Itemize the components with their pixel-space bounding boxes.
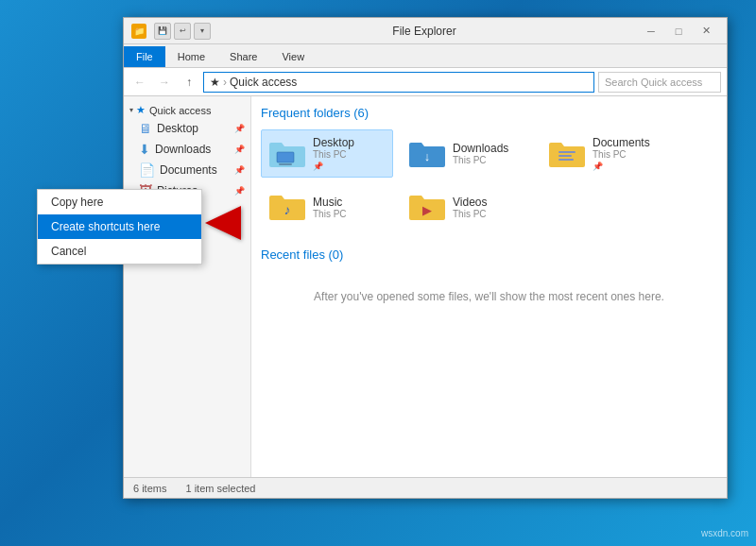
breadcrumb-location: Quick access — [230, 76, 297, 89]
nav-pane: ▾ ★ Quick access 🖥 Desktop 📌 ⬇ Downloads… — [124, 96, 251, 477]
save-btn[interactable]: 💾 — [154, 23, 171, 40]
folder-info-downloads: Downloads This PC — [453, 142, 508, 165]
svg-rect-3 — [558, 151, 576, 153]
folder-grid: Desktop This PC 📌 ↓ — [261, 129, 717, 229]
minimize-button[interactable]: ─ — [638, 22, 664, 41]
ctx-copy-here[interactable]: Copy here — [38, 190, 201, 214]
svg-rect-5 — [558, 159, 574, 161]
dropdown-btn[interactable]: ▾ — [194, 23, 211, 40]
folder-name: Downloads — [453, 142, 508, 155]
recent-files-title: Recent files (0) — [261, 247, 717, 262]
tab-file[interactable]: File — [124, 46, 165, 67]
quick-access-star: ★ — [136, 104, 146, 116]
watermark: wsxdn.com — [701, 528, 748, 538]
file-area: Frequent folders (6) Desktop — [251, 96, 727, 477]
undo-btn[interactable]: ↩ — [174, 23, 191, 40]
sidebar-item-label: Downloads — [155, 143, 211, 156]
downloads-icon: ⬇ — [139, 142, 150, 157]
ctx-create-shortcuts[interactable]: Create shortcuts here — [38, 214, 201, 239]
arrow-indicator — [205, 206, 241, 240]
search-placeholder: Search Quick access — [605, 77, 702, 88]
recent-files-section: Recent files (0) After you've opened som… — [261, 247, 717, 313]
sidebar-item-downloads[interactable]: ⬇ Downloads 📌 — [124, 139, 250, 160]
forward-button[interactable]: → — [154, 72, 175, 93]
tab-share[interactable]: Share — [217, 46, 269, 67]
folder-pin-icon: 📌 — [593, 162, 650, 171]
up-button[interactable]: ↑ — [179, 72, 199, 93]
desktop-icon: 🖥 — [139, 121, 152, 136]
close-button[interactable]: ✕ — [693, 22, 719, 41]
tab-view[interactable]: View — [269, 46, 317, 67]
items-count: 6 items — [133, 483, 166, 494]
folder-item-downloads[interactable]: ↓ Downloads This PC — [401, 129, 533, 178]
arrow-shape — [205, 206, 241, 240]
ribbon: File Home Share View — [124, 44, 727, 68]
frequent-folders-title: Frequent folders (6) — [261, 106, 717, 120]
pin-icon: 📌 — [234, 145, 245, 154]
quick-access-toolbar: 💾 ↩ ▾ — [154, 23, 211, 40]
address-path[interactable]: ★ › Quick access — [203, 72, 594, 93]
folder-location: This PC — [593, 149, 650, 160]
folder-icon-videos: ▶ — [409, 192, 447, 222]
sidebar-item-label: Desktop — [157, 122, 198, 135]
app-icon: 📁 — [131, 24, 146, 39]
folder-name: Videos — [453, 196, 487, 209]
folder-icon-music: ♪ — [269, 192, 307, 222]
quick-access-label: Quick access — [149, 105, 211, 116]
folder-info-documents: Documents This PC 📌 — [593, 136, 650, 171]
folder-location: This PC — [453, 155, 508, 165]
maximize-button[interactable]: □ — [665, 22, 692, 41]
breadcrumb-separator: › — [223, 76, 227, 89]
file-explorer-window: 📁 💾 ↩ ▾ File Explorer ─ □ ✕ File Home Sh… — [123, 17, 728, 499]
svg-rect-4 — [558, 155, 572, 157]
svg-rect-0 — [277, 152, 294, 162]
folder-item-desktop[interactable]: Desktop This PC 📌 — [261, 129, 393, 178]
folder-item-videos[interactable]: ▶ Videos This PC — [401, 185, 533, 229]
selected-count: 1 item selected — [185, 483, 255, 494]
sidebar-item-desktop[interactable]: 🖥 Desktop 📌 — [124, 118, 250, 139]
folder-location: This PC — [313, 209, 347, 219]
svg-text:▶: ▶ — [422, 203, 432, 217]
quick-access-header[interactable]: ▾ ★ Quick access — [124, 102, 250, 118]
folder-item-music[interactable]: ♪ Music This PC — [261, 185, 393, 229]
folder-icon-downloads: ↓ — [409, 139, 447, 169]
folder-name: Music — [313, 196, 347, 209]
folder-pin-icon: 📌 — [313, 162, 354, 171]
search-box[interactable]: Search Quick access — [598, 72, 721, 93]
folder-location: This PC — [313, 149, 354, 160]
folder-icon-desktop — [269, 139, 307, 169]
documents-icon: 📄 — [139, 162, 155, 178]
window-title: File Explorer — [211, 25, 638, 38]
address-bar: ← → ↑ ★ › Quick access Search Quick acce… — [124, 68, 727, 96]
ctx-cancel[interactable]: Cancel — [38, 239, 201, 264]
pin-icon: 📌 — [234, 124, 245, 133]
folder-info-desktop: Desktop This PC 📌 — [313, 136, 354, 171]
folder-item-documents[interactable]: Documents This PC 📌 — [541, 129, 673, 178]
ribbon-tabs: File Home Share View — [124, 44, 727, 67]
chevron-icon: ▾ — [129, 106, 133, 114]
sidebar-item-documents[interactable]: 📄 Documents 📌 — [124, 160, 250, 180]
content-area: ▾ ★ Quick access 🖥 Desktop 📌 ⬇ Downloads… — [124, 96, 727, 477]
tab-home[interactable]: Home — [165, 46, 217, 67]
title-bar: 📁 💾 ↩ ▾ File Explorer ─ □ ✕ — [124, 18, 727, 44]
pin-icon: 📌 — [234, 186, 245, 196]
pin-icon: 📌 — [234, 165, 245, 175]
back-button[interactable]: ← — [129, 72, 150, 93]
desktop: 📁 💾 ↩ ▾ File Explorer ─ □ ✕ File Home Sh… — [0, 0, 756, 546]
title-bar-left: 📁 💾 ↩ ▾ — [131, 23, 211, 40]
window-controls: ─ □ ✕ — [638, 22, 719, 41]
folder-location: This PC — [453, 209, 487, 219]
breadcrumb-star: ★ — [210, 76, 220, 89]
folder-info-music: Music This PC — [313, 196, 347, 219]
recent-empty-message: After you've opened some files, we'll sh… — [261, 281, 717, 313]
folder-name: Documents — [593, 136, 650, 149]
folder-info-videos: Videos This PC — [453, 196, 487, 219]
context-menu: Copy here Create shortcuts here Cancel — [37, 189, 202, 264]
status-bar: 6 items 1 item selected — [124, 477, 727, 498]
svg-text:↓: ↓ — [424, 149, 431, 163]
svg-text:♪: ♪ — [284, 202, 291, 217]
svg-rect-1 — [279, 163, 292, 165]
folder-icon-documents — [549, 139, 587, 169]
sidebar-item-label: Documents — [160, 163, 217, 177]
folder-name: Desktop — [313, 136, 354, 149]
